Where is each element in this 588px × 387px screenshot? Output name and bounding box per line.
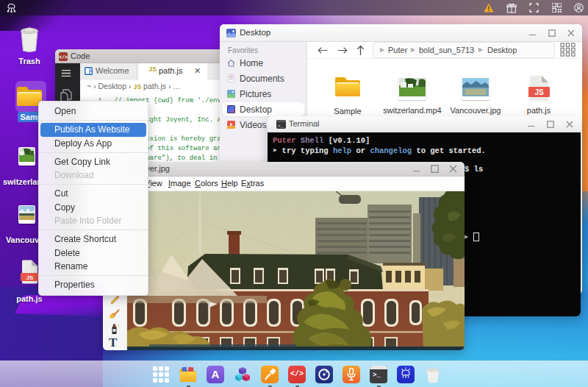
svg-text:JS: JS (26, 274, 34, 281)
svg-text:</>: </> (59, 55, 68, 60)
svg-text:>_: >_ (278, 124, 284, 129)
svg-text:JS: JS (534, 88, 544, 96)
